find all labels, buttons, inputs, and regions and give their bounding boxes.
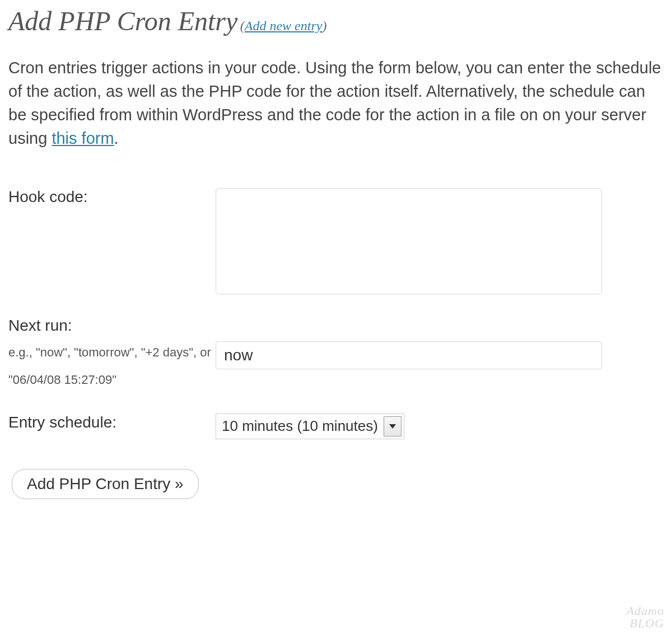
title-paren-open: ( <box>240 18 245 33</box>
svg-marker-0 <box>389 424 396 429</box>
submit-row: Add PHP Cron Entry » <box>8 469 664 499</box>
next-run-hint: e.g., "now", "tomorrow", "+2 days", or "… <box>8 339 216 393</box>
page-title: Add PHP Cron Entry <box>8 6 237 36</box>
hook-code-row: Hook code: <box>8 178 664 307</box>
this-form-link[interactable]: this form <box>52 129 114 147</box>
page-description: Cron entries trigger actions in your cod… <box>8 56 664 150</box>
description-text-after: . <box>114 129 119 147</box>
hook-code-label: Hook code: <box>8 188 216 206</box>
entry-schedule-select[interactable]: 10 minutes (10 minutes) <box>216 414 404 439</box>
dropdown-arrow-icon <box>384 416 402 436</box>
next-run-label: Next run: <box>8 317 216 335</box>
entry-schedule-row: Entry schedule: 10 minutes (10 minutes) <box>8 403 664 449</box>
entry-schedule-label: Entry schedule: <box>8 414 216 431</box>
title-paren-close: ) <box>322 18 326 33</box>
page-header: Add PHP Cron Entry (Add new entry) <box>8 6 664 36</box>
hook-code-input[interactable] <box>216 188 602 294</box>
cron-form-table: Hook code: Next run: e.g., "now", "tomor… <box>8 178 664 449</box>
entry-schedule-selected-value: 10 minutes (10 minutes) <box>216 414 384 439</box>
next-run-input[interactable] <box>216 341 602 369</box>
add-new-entry-link[interactable]: Add new entry <box>245 18 323 33</box>
add-cron-entry-button[interactable]: Add PHP Cron Entry » <box>12 469 199 499</box>
next-run-row: Next run: e.g., "now", "tomorrow", "+2 d… <box>8 307 664 403</box>
